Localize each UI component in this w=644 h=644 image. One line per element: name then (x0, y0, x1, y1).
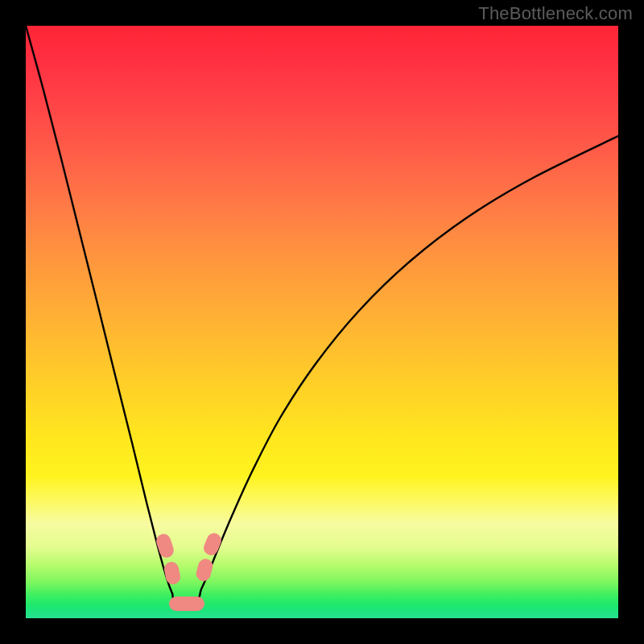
chart-frame: TheBottleneck.com (0, 0, 644, 644)
bottleneck-curve (26, 26, 618, 618)
marker-bottom (169, 597, 204, 611)
watermark-text: TheBottleneck.com (478, 3, 633, 24)
plot-area (26, 26, 618, 618)
